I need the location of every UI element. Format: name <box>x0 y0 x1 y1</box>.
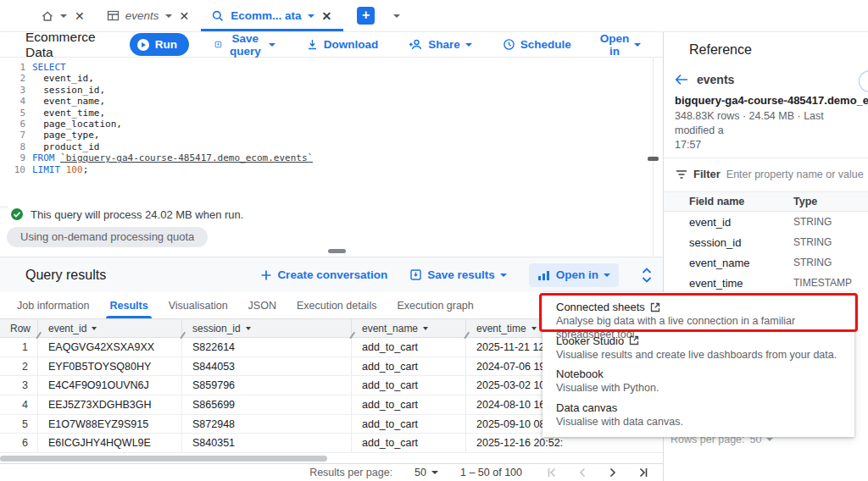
horizontal-scrollbar-thumb[interactable] <box>0 456 327 462</box>
code-line: 9FROM `bigquery-ga4-course-485417.demo_e… <box>0 152 663 163</box>
next-page-icon[interactable] <box>607 467 619 478</box>
page-size-select[interactable]: 50 <box>415 467 438 478</box>
tab-menu-caret-icon[interactable] <box>308 14 314 18</box>
validation-message: This query will process 24.02 MB when ru… <box>31 208 243 221</box>
tab-home[interactable]: ✕ <box>31 0 97 31</box>
line-number: 5 <box>0 108 32 119</box>
filter-input[interactable] <box>726 169 864 180</box>
home-icon <box>41 9 54 23</box>
last-page-icon[interactable] <box>637 467 649 478</box>
chevron-down-icon <box>431 471 438 474</box>
expand-collapse-icon[interactable] <box>641 267 653 284</box>
code-text: SELECT <box>32 62 66 73</box>
cell-session-id: S840351 <box>182 434 352 452</box>
results-tab-execution-graph[interactable]: Execution graph <box>387 292 483 318</box>
quota-pill: Using on-demand processing quota <box>7 227 208 247</box>
cell-event-id: EAQGVG42XSXA9XX <box>38 338 182 357</box>
column-header-session-id[interactable]: session_id <box>182 319 352 337</box>
column-header-event-name[interactable]: event_name <box>352 319 466 337</box>
menu-item-data-canvas[interactable]: Data canvasVisualise with data canvas. <box>542 398 854 432</box>
results-tab-visualisation[interactable]: Visualisation <box>159 292 238 318</box>
open-results-in-button[interactable]: Open in <box>529 263 619 287</box>
close-tab-icon[interactable]: ✕ <box>73 8 86 24</box>
line-number: 4 <box>0 96 32 107</box>
schedule-button[interactable]: Schedule <box>503 38 571 51</box>
tab-label: Ecomm... ata <box>231 9 301 22</box>
save-results-button[interactable]: Save results <box>409 268 507 281</box>
new-tab-button[interactable]: + <box>357 7 375 25</box>
code-text: page_type, <box>32 130 99 141</box>
tab-label: events <box>125 9 159 22</box>
code-line: 7 page_type, <box>0 130 663 141</box>
menu-item-description: Visualise results and create live dashbo… <box>556 348 841 362</box>
share-button[interactable]: Share <box>409 38 472 51</box>
editor-scrollbar-thumb[interactable] <box>648 157 659 161</box>
external-link-icon <box>629 335 639 346</box>
query-validation-row: This query will process 24.02 MB when ru… <box>10 207 243 221</box>
line-number: 6 <box>0 119 32 130</box>
menu-item-looker-studio[interactable]: Looker StudioVisualise results and creat… <box>542 331 854 365</box>
sort-caret-icon <box>531 327 537 330</box>
close-tab-icon[interactable]: ✕ <box>178 8 192 24</box>
clipped-action-button[interactable] <box>859 70 868 92</box>
download-icon <box>306 38 319 51</box>
chevron-down-icon <box>465 43 472 47</box>
results-tab-results[interactable]: Results <box>99 292 158 318</box>
menu-item-connected-sheets[interactable]: Connected sheetsAnalyse big data with a … <box>542 297 854 331</box>
cell-event-id: EYF0B5TOYSQ80HY <box>38 357 182 376</box>
save-query-button[interactable]: Save query <box>214 32 275 58</box>
menu-item-notebook[interactable]: NotebookVisualise with Python. <box>542 364 854 398</box>
schema-filter: Filter <box>676 168 864 180</box>
tab-menu-caret-icon[interactable] <box>60 14 67 18</box>
save-icon <box>214 38 222 51</box>
create-conversation-button[interactable]: Create conversation <box>260 268 387 281</box>
results-tab-json[interactable]: JSON <box>238 292 287 318</box>
cell-event-name: add_to_cart <box>352 376 466 395</box>
code-text: FROM `bigquery-ga4-course-485417.demo_ec… <box>32 152 313 163</box>
cell-event-id: EEJ5Z73XDGHB3GH <box>38 395 182 414</box>
chevron-down-icon <box>269 43 275 47</box>
back-to-events-button[interactable]: events <box>675 73 734 86</box>
cell-event-id: E4C4F9O91OUVN6J <box>38 376 182 395</box>
schema-table-body: event_idSTRINGsession_idSTRINGevent_name… <box>664 212 868 293</box>
column-header-row: Row <box>0 319 38 337</box>
query-results-header: Query results Create conversation Save r… <box>0 257 663 292</box>
download-button[interactable]: Download <box>306 38 379 51</box>
first-page-icon[interactable] <box>546 467 558 478</box>
code-text: event_time, <box>32 108 105 119</box>
tab-overflow-caret-icon[interactable] <box>393 14 400 18</box>
panel-splitter-handle[interactable] <box>328 249 346 253</box>
code-line: 8 product_id <box>0 141 663 152</box>
menu-item-title: Looker Studio <box>556 334 841 348</box>
table-meta: 348.83K rows · 24.54 MB · Last modified … <box>675 109 866 152</box>
results-tab-job-information[interactable]: Job information <box>7 292 99 318</box>
cell-row: 3 <box>0 376 38 395</box>
chevron-down-icon <box>766 438 773 441</box>
code-line: 3 session_id, <box>0 85 663 96</box>
column-header-event-id[interactable]: event_id <box>38 319 182 337</box>
tab-menu-caret-icon[interactable] <box>165 14 172 18</box>
tab-ecommerce-data[interactable]: Ecomm... ata ✕ <box>201 0 343 31</box>
open-in-button[interactable]: Open in <box>600 32 642 58</box>
plus-icon <box>260 269 272 281</box>
save-results-icon <box>409 268 422 281</box>
cell-row: 4 <box>0 395 38 414</box>
table-id: bigquery-ga4-course-485417.demo_eco <box>675 94 868 107</box>
filter-label: Filter <box>693 168 721 180</box>
line-number: 8 <box>0 141 32 152</box>
code-text: session_id, <box>32 85 105 96</box>
sql-editor[interactable]: 1SELECT2 event_id,3 session_id,4 event_n… <box>0 58 663 206</box>
chevron-down-icon <box>634 43 641 47</box>
menu-item-title: Notebook <box>556 367 841 381</box>
run-button[interactable]: Run <box>130 33 189 56</box>
results-footer: Results per page: 50 1 – 50 of 100 <box>0 463 663 481</box>
cell-row: 2 <box>0 357 38 376</box>
close-tab-icon[interactable]: ✕ <box>320 8 334 24</box>
line-number: 3 <box>0 85 32 96</box>
cell-session-id: S859796 <box>182 376 352 395</box>
previous-page-icon[interactable] <box>576 467 588 478</box>
results-tab-execution-details[interactable]: Execution details <box>287 292 387 318</box>
code-text: event_name, <box>32 96 105 107</box>
schema-row-event-time: event_timeTIMESTAMP <box>664 273 868 293</box>
tab-events[interactable]: events ✕ <box>97 0 202 31</box>
